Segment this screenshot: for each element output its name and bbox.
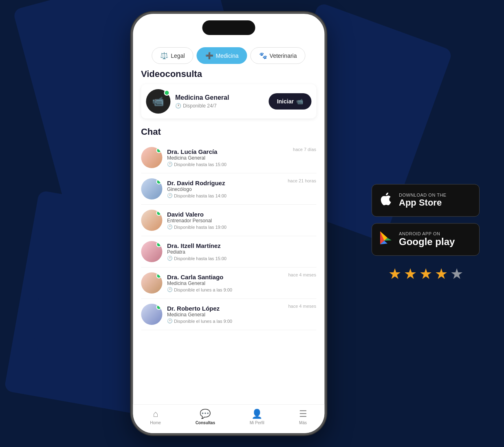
chat-specialty-carla: Medicina General: [167, 280, 316, 286]
tab-bar: ⚖️ Legal ➕ Medicina 🐾 Veterinaria: [133, 42, 324, 69]
scroll-content: Videoconsulta 📹 Medicina General 🕐 Dispo…: [133, 69, 324, 404]
chat-time-lucia: hace 7 días: [293, 147, 316, 152]
app-store-text: Download on the App Store: [399, 193, 447, 208]
chat-title: Chat: [141, 127, 316, 137]
clock-icon-lucia: 🕐: [167, 162, 173, 167]
videoconsulta-title: Videoconsulta: [141, 69, 316, 79]
chat-specialty-itzell: Pediatra: [167, 249, 316, 255]
avatar-david-v: [141, 210, 162, 231]
avatar-itzell: [141, 241, 162, 262]
video-avatar: 📹: [146, 89, 170, 114]
online-dot-lucia: [156, 148, 161, 153]
veterinaria-icon: 🐾: [259, 52, 267, 59]
apple-icon: [379, 191, 393, 210]
avatar-carla: [141, 272, 162, 294]
chat-time-roberto: hace 4 meses: [288, 304, 316, 309]
online-dot-carla: [156, 273, 161, 278]
chat-specialty-lucia: Medicina General: [167, 155, 316, 161]
nav-mas[interactable]: ☰ Más: [299, 409, 307, 425]
tab-veterinaria-label: Veterinaria: [270, 53, 297, 59]
right-panel: Download on the App Store ANDROID APP ON…: [372, 184, 480, 283]
star-4: ★: [435, 265, 448, 283]
medicina-icon: ➕: [205, 52, 213, 59]
chat-item[interactable]: Dr. Roberto López Medicina General 🕐 Dis…: [141, 299, 316, 330]
clock-icon-david-v: 🕐: [167, 224, 173, 230]
chat-specialty-david-r: Ginecólogo: [167, 186, 316, 192]
tab-legal-label: Legal: [171, 53, 185, 59]
phone-notch: [202, 20, 255, 35]
tab-veterinaria[interactable]: 🐾 Veterinaria: [251, 47, 306, 64]
iniciar-button[interactable]: Iniciar 📹: [269, 93, 311, 110]
video-name: Medicina General: [175, 94, 264, 101]
chat-time-carla: hace 4 meses: [288, 272, 316, 277]
star-1: ★: [388, 265, 401, 283]
tab-medicina-label: Medicina: [216, 53, 239, 59]
nav-home[interactable]: ⌂ Home: [150, 409, 161, 425]
clock-icon-itzell: 🕐: [167, 256, 173, 261]
chat-info-david-v: David Valero Entrenador Personal 🕐 Dispo…: [162, 211, 316, 230]
video-info: Medicina General 🕐 Disponible 24/7: [170, 94, 269, 109]
chat-availability-lucia: 🕐 Disponible hasta las 15:00: [167, 162, 316, 167]
avatar-david-r: [141, 178, 162, 199]
google-play-icon: [379, 230, 393, 249]
nav-home-label: Home: [150, 421, 161, 425]
bottom-nav: ⌂ Home 💬 Consultas 👤 Mi Perfil ☰ Más: [133, 404, 324, 433]
chat-availability-roberto: 🕐 Disponible el lunes a las 9:00: [167, 318, 316, 324]
chat-list: Dra. Lucía García Medicina General 🕐 Dis…: [141, 142, 316, 330]
online-dot-itzell: [156, 242, 161, 247]
tab-legal[interactable]: ⚖️ Legal: [152, 47, 193, 64]
star-3: ★: [419, 265, 432, 283]
chat-item[interactable]: Dra. Carla Santiago Medicina General 🕐 D…: [141, 267, 316, 299]
app-store-top-label: Download on the: [399, 193, 447, 197]
star-2: ★: [404, 265, 417, 283]
camera-icon: 📹: [152, 96, 164, 107]
star-5: ★: [450, 265, 463, 283]
google-play-button[interactable]: ANDROID APP ON Google play: [372, 223, 480, 256]
app-store-main-label: App Store: [399, 197, 447, 208]
chat-specialty-roberto: Medicina General: [167, 312, 316, 318]
tab-medicina[interactable]: ➕ Medicina: [197, 47, 247, 64]
clock-icon-david-r: 🕐: [167, 193, 173, 198]
consultas-icon: 💬: [200, 409, 211, 419]
legal-icon: ⚖️: [160, 52, 168, 59]
video-btn-icon: 📹: [296, 98, 303, 105]
avatar-lucia: [141, 147, 162, 168]
chat-availability-itzell: 🕐 Disponible hasta las 15:00: [167, 256, 316, 261]
clock-icon-roberto: 🕐: [167, 318, 173, 324]
online-dot-david-r: [156, 179, 161, 184]
app-store-button[interactable]: Download on the App Store: [372, 184, 480, 217]
chat-availability-david-v: 🕐 Disponible hasta las 19:00: [167, 224, 316, 230]
chat-time-david-r: hace 21 horas: [288, 178, 316, 183]
nav-perfil[interactable]: 👤 Mi Perfil: [250, 409, 264, 425]
online-dot-roberto: [156, 305, 161, 310]
video-availability: 🕐 Disponible 24/7: [175, 103, 264, 109]
online-dot-david-v: [156, 210, 161, 216]
phone-frame: ⚖️ Legal ➕ Medicina 🐾 Veterinaria Videoc…: [131, 12, 326, 435]
star-rating: ★ ★ ★ ★ ★: [388, 265, 463, 283]
home-icon: ⌂: [153, 409, 158, 419]
nav-consultas-label: Consultas: [196, 421, 215, 425]
chat-item[interactable]: Dra. Itzell Martínez Pediatra 🕐 Disponib…: [141, 236, 316, 267]
phone-content: ⚖️ Legal ➕ Medicina 🐾 Veterinaria Videoc…: [133, 42, 324, 433]
nav-perfil-label: Mi Perfil: [250, 421, 264, 425]
chat-specialty-david-v: Entrenador Personal: [167, 218, 316, 224]
chat-item[interactable]: Dra. Lucía García Medicina General 🕐 Dis…: [141, 142, 316, 173]
chat-info-itzell: Dra. Itzell Martínez Pediatra 🕐 Disponib…: [162, 242, 316, 261]
videoconsulta-card[interactable]: 📹 Medicina General 🕐 Disponible 24/7 Ini…: [141, 84, 316, 118]
chat-item[interactable]: David Valero Entrenador Personal 🕐 Dispo…: [141, 205, 316, 236]
mas-icon: ☰: [299, 409, 307, 419]
google-play-main-label: Google play: [399, 236, 455, 248]
perfil-icon: 👤: [251, 409, 262, 419]
phone-wrapper: ⚖️ Legal ➕ Medicina 🐾 Veterinaria Videoc…: [131, 12, 326, 435]
online-indicator: [164, 90, 169, 96]
chat-availability-david-r: 🕐 Disponible hasta las 14:00: [167, 193, 316, 198]
nav-mas-label: Más: [299, 421, 307, 425]
avatar-roberto: [141, 304, 162, 325]
nav-consultas[interactable]: 💬 Consultas: [196, 409, 215, 425]
google-play-top-label: ANDROID APP ON: [399, 231, 455, 236]
clock-icon: 🕐: [175, 103, 181, 109]
chat-name-itzell: Dra. Itzell Martínez: [167, 242, 316, 249]
chat-item[interactable]: Dr. David Rodríguez Ginecólogo 🕐 Disponi…: [141, 173, 316, 205]
google-play-text: ANDROID APP ON Google play: [399, 231, 455, 248]
clock-icon-carla: 🕐: [167, 287, 173, 292]
